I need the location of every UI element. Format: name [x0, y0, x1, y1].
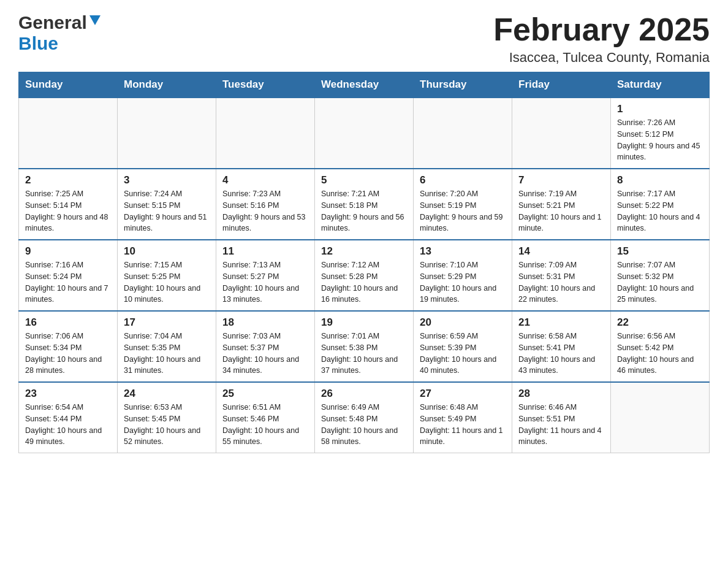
- day-number: 25: [222, 388, 308, 400]
- day-info: Sunrise: 7:10 AMSunset: 5:29 PMDaylight:…: [420, 259, 506, 305]
- day-info: Sunrise: 7:17 AMSunset: 5:22 PMDaylight:…: [617, 188, 703, 234]
- weekday-header-friday: Friday: [512, 72, 611, 98]
- weekday-header-sunday: Sunday: [19, 72, 118, 98]
- day-number: 14: [518, 245, 604, 258]
- calendar-cell: 18Sunrise: 7:03 AMSunset: 5:37 PMDayligh…: [216, 311, 315, 382]
- calendar-cell: 3Sunrise: 7:24 AMSunset: 5:15 PMDaylight…: [118, 169, 216, 240]
- weekday-header-wednesday: Wednesday: [315, 72, 414, 98]
- day-info: Sunrise: 7:21 AMSunset: 5:18 PMDaylight:…: [321, 188, 407, 234]
- day-number: 2: [25, 174, 111, 186]
- day-info: Sunrise: 7:24 AMSunset: 5:15 PMDaylight:…: [124, 188, 210, 234]
- calendar-cell: 17Sunrise: 7:04 AMSunset: 5:35 PMDayligh…: [118, 311, 216, 382]
- calendar-cell: 26Sunrise: 6:49 AMSunset: 5:48 PMDayligh…: [315, 382, 414, 453]
- calendar-cell: 24Sunrise: 6:53 AMSunset: 5:45 PMDayligh…: [118, 382, 216, 453]
- day-info: Sunrise: 6:59 AMSunset: 5:39 PMDaylight:…: [420, 331, 506, 377]
- day-number: 19: [321, 316, 407, 329]
- day-info: Sunrise: 6:54 AMSunset: 5:44 PMDaylight:…: [25, 402, 111, 448]
- weekday-header-thursday: Thursday: [414, 72, 512, 98]
- day-number: 9: [25, 245, 111, 258]
- calendar-cell: 9Sunrise: 7:16 AMSunset: 5:24 PMDaylight…: [19, 240, 118, 311]
- day-number: 22: [617, 316, 703, 329]
- day-number: 12: [321, 245, 407, 258]
- calendar-week-row: 1Sunrise: 7:26 AMSunset: 5:12 PMDaylight…: [19, 98, 710, 169]
- day-info: Sunrise: 7:16 AMSunset: 5:24 PMDaylight:…: [25, 259, 111, 305]
- day-number: 5: [321, 174, 407, 186]
- day-info: Sunrise: 7:13 AMSunset: 5:27 PMDaylight:…: [222, 259, 308, 305]
- day-info: Sunrise: 6:56 AMSunset: 5:42 PMDaylight:…: [617, 331, 703, 377]
- day-number: 11: [222, 245, 308, 258]
- day-info: Sunrise: 7:09 AMSunset: 5:31 PMDaylight:…: [518, 259, 604, 305]
- svg-marker-0: [89, 15, 100, 25]
- calendar-cell: 8Sunrise: 7:17 AMSunset: 5:22 PMDaylight…: [611, 169, 710, 240]
- day-info: Sunrise: 6:49 AMSunset: 5:48 PMDaylight:…: [321, 402, 407, 448]
- calendar-cell: 27Sunrise: 6:48 AMSunset: 5:49 PMDayligh…: [414, 382, 512, 453]
- month-year-title: February 2025: [493, 12, 710, 47]
- day-number: 27: [420, 388, 506, 400]
- calendar-cell: 7Sunrise: 7:19 AMSunset: 5:21 PMDaylight…: [512, 169, 611, 240]
- day-info: Sunrise: 7:01 AMSunset: 5:38 PMDaylight:…: [321, 331, 407, 377]
- calendar-cell: 22Sunrise: 6:56 AMSunset: 5:42 PMDayligh…: [611, 311, 710, 382]
- day-number: 20: [420, 316, 506, 329]
- calendar-cell: 16Sunrise: 7:06 AMSunset: 5:34 PMDayligh…: [19, 311, 118, 382]
- day-info: Sunrise: 6:53 AMSunset: 5:45 PMDaylight:…: [124, 402, 210, 448]
- calendar-cell: 28Sunrise: 6:46 AMSunset: 5:51 PMDayligh…: [512, 382, 611, 453]
- day-info: Sunrise: 6:46 AMSunset: 5:51 PMDaylight:…: [518, 402, 604, 448]
- day-info: Sunrise: 7:12 AMSunset: 5:28 PMDaylight:…: [321, 259, 407, 305]
- day-info: Sunrise: 7:06 AMSunset: 5:34 PMDaylight:…: [25, 331, 111, 377]
- calendar-cell: [19, 98, 118, 169]
- day-info: Sunrise: 6:48 AMSunset: 5:49 PMDaylight:…: [420, 402, 506, 448]
- calendar-cell: [315, 98, 414, 169]
- calendar-cell: 15Sunrise: 7:07 AMSunset: 5:32 PMDayligh…: [611, 240, 710, 311]
- day-info: Sunrise: 7:25 AMSunset: 5:14 PMDaylight:…: [25, 188, 111, 234]
- day-number: 23: [25, 388, 111, 400]
- calendar-cell: 6Sunrise: 7:20 AMSunset: 5:19 PMDaylight…: [414, 169, 512, 240]
- calendar-cell: [118, 98, 216, 169]
- day-info: Sunrise: 7:15 AMSunset: 5:25 PMDaylight:…: [124, 259, 210, 305]
- day-number: 3: [124, 174, 210, 186]
- day-info: Sunrise: 7:07 AMSunset: 5:32 PMDaylight:…: [617, 259, 703, 305]
- calendar-week-row: 23Sunrise: 6:54 AMSunset: 5:44 PMDayligh…: [19, 382, 710, 453]
- calendar-cell: 4Sunrise: 7:23 AMSunset: 5:16 PMDaylight…: [216, 169, 315, 240]
- calendar-cell: 12Sunrise: 7:12 AMSunset: 5:28 PMDayligh…: [315, 240, 414, 311]
- calendar-cell: 11Sunrise: 7:13 AMSunset: 5:27 PMDayligh…: [216, 240, 315, 311]
- day-info: Sunrise: 7:23 AMSunset: 5:16 PMDaylight:…: [222, 188, 308, 234]
- calendar-cell: 23Sunrise: 6:54 AMSunset: 5:44 PMDayligh…: [19, 382, 118, 453]
- calendar-cell: 21Sunrise: 6:58 AMSunset: 5:41 PMDayligh…: [512, 311, 611, 382]
- calendar-cell: 13Sunrise: 7:10 AMSunset: 5:29 PMDayligh…: [414, 240, 512, 311]
- weekday-header-monday: Monday: [118, 72, 216, 98]
- day-number: 10: [124, 245, 210, 258]
- day-number: 1: [617, 103, 703, 115]
- calendar-week-row: 16Sunrise: 7:06 AMSunset: 5:34 PMDayligh…: [19, 311, 710, 382]
- day-number: 18: [222, 316, 308, 329]
- day-info: Sunrise: 7:03 AMSunset: 5:37 PMDaylight:…: [222, 331, 308, 377]
- day-number: 6: [420, 174, 506, 186]
- calendar-cell: [611, 382, 710, 453]
- day-info: Sunrise: 7:19 AMSunset: 5:21 PMDaylight:…: [518, 188, 604, 234]
- calendar-week-row: 9Sunrise: 7:16 AMSunset: 5:24 PMDaylight…: [19, 240, 710, 311]
- calendar-cell: 19Sunrise: 7:01 AMSunset: 5:38 PMDayligh…: [315, 311, 414, 382]
- day-number: 15: [617, 245, 703, 258]
- logo: General Blue: [18, 12, 102, 54]
- day-info: Sunrise: 6:51 AMSunset: 5:46 PMDaylight:…: [222, 402, 308, 448]
- day-number: 21: [518, 316, 604, 329]
- day-number: 7: [518, 174, 604, 186]
- logo-blue-text: Blue: [18, 33, 58, 53]
- day-info: Sunrise: 6:58 AMSunset: 5:41 PMDaylight:…: [518, 331, 604, 377]
- calendar-week-row: 2Sunrise: 7:25 AMSunset: 5:14 PMDaylight…: [19, 169, 710, 240]
- day-info: Sunrise: 7:04 AMSunset: 5:35 PMDaylight:…: [124, 331, 210, 377]
- calendar-cell: 25Sunrise: 6:51 AMSunset: 5:46 PMDayligh…: [216, 382, 315, 453]
- calendar-cell: 2Sunrise: 7:25 AMSunset: 5:14 PMDaylight…: [19, 169, 118, 240]
- day-number: 16: [25, 316, 111, 329]
- calendar-table: SundayMondayTuesdayWednesdayThursdayFrid…: [18, 72, 710, 453]
- weekday-header-saturday: Saturday: [611, 72, 710, 98]
- calendar-cell: 5Sunrise: 7:21 AMSunset: 5:18 PMDaylight…: [315, 169, 414, 240]
- logo-arrow-icon: [88, 14, 102, 29]
- day-number: 8: [617, 174, 703, 186]
- day-number: 4: [222, 174, 308, 186]
- day-number: 17: [124, 316, 210, 329]
- calendar-cell: 10Sunrise: 7:15 AMSunset: 5:25 PMDayligh…: [118, 240, 216, 311]
- day-number: 13: [420, 245, 506, 258]
- day-info: Sunrise: 7:26 AMSunset: 5:12 PMDaylight:…: [617, 117, 703, 163]
- title-block: February 2025 Isaccea, Tulcea County, Ro…: [493, 12, 710, 66]
- calendar-cell: 20Sunrise: 6:59 AMSunset: 5:39 PMDayligh…: [414, 311, 512, 382]
